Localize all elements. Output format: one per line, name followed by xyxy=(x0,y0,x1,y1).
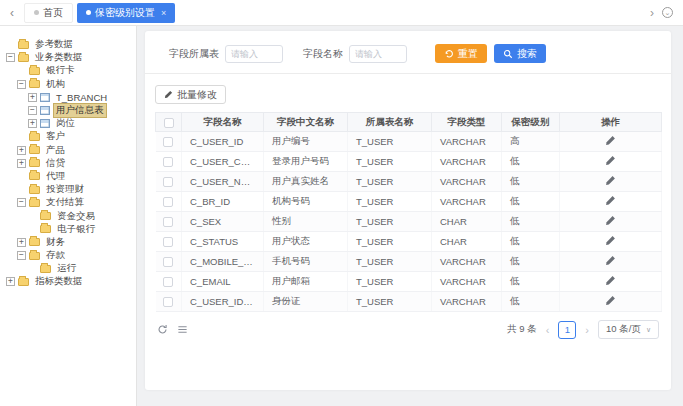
row-checkbox[interactable] xyxy=(163,297,173,307)
folder-icon xyxy=(29,199,40,207)
expand-icon[interactable]: + xyxy=(28,119,37,128)
search-button[interactable]: 搜索 xyxy=(494,44,546,63)
edit-row-icon[interactable] xyxy=(605,155,616,166)
tab-security-level-settings[interactable]: 保密级别设置 × xyxy=(77,3,175,23)
expand-icon[interactable]: + xyxy=(17,146,26,155)
edit-row-icon[interactable] xyxy=(605,235,616,246)
cell-table-name: T_USER xyxy=(348,292,432,312)
edit-row-icon[interactable] xyxy=(605,295,616,306)
row-checkbox[interactable] xyxy=(163,177,173,187)
collapse-icon[interactable]: − xyxy=(28,106,37,115)
pencil-icon xyxy=(164,90,173,99)
collapse-sidebar-icon[interactable]: ‹ xyxy=(0,6,24,20)
tree-item-用户信息表[interactable]: −用户信息表 xyxy=(4,104,134,117)
field-table-input[interactable] xyxy=(225,45,283,63)
tree-item-银行卡[interactable]: 银行卡 xyxy=(4,64,134,77)
table-row: C_USER_ID用户编号T_USERVARCHAR高 xyxy=(156,132,662,152)
table-row: C_USER_CODE登录用户号码T_USERVARCHAR低 xyxy=(156,152,662,172)
row-checkbox[interactable] xyxy=(163,197,173,207)
row-checkbox[interactable] xyxy=(163,237,173,247)
tree-item-机构[interactable]: −机构 xyxy=(4,78,134,91)
cell-operation xyxy=(560,172,662,192)
edit-row-icon[interactable] xyxy=(605,275,616,286)
folder-icon xyxy=(29,252,40,260)
tree-item-代理[interactable]: 代理 xyxy=(4,170,134,183)
tree-item-参考数据[interactable]: 参考数据 xyxy=(4,38,134,51)
page-size-label: 10 条/页 xyxy=(606,323,641,336)
edit-row-icon[interactable] xyxy=(605,175,616,186)
cell-field-cname: 性别 xyxy=(264,212,348,232)
page-size-select[interactable]: 10 条/页 ∨ xyxy=(598,320,659,339)
page-number-button[interactable]: 1 xyxy=(558,321,576,339)
collapse-icon[interactable]: − xyxy=(17,80,26,89)
tab-bar: ‹ 首页 保密级别设置 × › ⌄ xyxy=(0,0,683,26)
tree-item-岗位[interactable]: +岗位 xyxy=(4,117,134,130)
tree-item-投资理财[interactable]: 投资理财 xyxy=(4,183,134,196)
collapse-icon[interactable]: − xyxy=(6,53,15,62)
field-table-label: 字段所属表 xyxy=(169,47,219,61)
cell-security-level: 高 xyxy=(502,132,560,152)
refresh-icon[interactable] xyxy=(157,324,168,335)
cell-table-name: T_USER xyxy=(348,172,432,192)
row-checkbox[interactable] xyxy=(163,157,173,167)
cell-field-type: VARCHAR xyxy=(432,252,502,272)
tab-home[interactable]: 首页 xyxy=(24,3,73,23)
tree-item-客户[interactable]: 客户 xyxy=(4,130,134,143)
edit-row-icon[interactable] xyxy=(605,195,616,206)
cell-table-name: T_USER xyxy=(348,132,432,152)
cell-field-type: VARCHAR xyxy=(432,152,502,172)
row-checkbox[interactable] xyxy=(163,217,173,227)
cell-table-name: T_USER xyxy=(348,212,432,232)
scroll-tabs-right-icon[interactable]: › xyxy=(650,6,654,20)
expand-icon[interactable]: + xyxy=(17,238,26,247)
tree-item-产品[interactable]: +产品 xyxy=(4,144,134,157)
tree-item-T_BRANCH[interactable]: +T_BRANCH xyxy=(4,91,134,104)
table-row: C_STATUS用户状态T_USERCHAR低 xyxy=(156,232,662,252)
folder-icon xyxy=(29,80,40,88)
tree-item-信贷[interactable]: +信贷 xyxy=(4,157,134,170)
cell-security-level: 低 xyxy=(502,172,560,192)
cell-field-name: C_USER_NAME xyxy=(182,172,264,192)
column-header: 操作 xyxy=(560,113,662,132)
tree-item-资金交易[interactable]: 资金交易 xyxy=(4,209,134,222)
tree-item-指标类数据[interactable]: +指标类数据 xyxy=(4,275,134,288)
tab-home-label: 首页 xyxy=(43,6,63,20)
tree-item-label: 机构 xyxy=(43,77,68,92)
tree-item-运行[interactable]: 运行 xyxy=(4,262,134,275)
folder-icon xyxy=(18,41,29,49)
tree-item-支付结算[interactable]: −支付结算 xyxy=(4,196,134,209)
table-icon xyxy=(40,106,50,115)
reset-button[interactable]: 重置 xyxy=(435,44,487,63)
row-checkbox[interactable] xyxy=(163,277,173,287)
select-all-checkbox[interactable] xyxy=(164,118,174,128)
cell-field-cname: 登录用户号码 xyxy=(264,152,348,172)
batch-edit-button[interactable]: 批量修改 xyxy=(155,85,226,104)
close-tab-icon[interactable]: × xyxy=(161,8,166,18)
expand-icon[interactable]: + xyxy=(6,277,15,286)
tree-item-电子银行[interactable]: 电子银行 xyxy=(4,223,134,236)
tree-item-存款[interactable]: −存款 xyxy=(4,249,134,262)
row-checkbox[interactable] xyxy=(163,137,173,147)
column-settings-icon[interactable] xyxy=(177,324,188,335)
cell-operation xyxy=(560,292,662,312)
table-row: C_USER_IDENTITY身份证T_USERVARCHAR低 xyxy=(156,292,662,312)
prev-page-icon[interactable]: ‹ xyxy=(544,324,552,336)
edit-row-icon[interactable] xyxy=(605,255,616,266)
next-page-icon[interactable]: › xyxy=(583,324,591,336)
tree-item-业务类数据[interactable]: −业务类数据 xyxy=(4,51,134,64)
row-checkbox[interactable] xyxy=(163,257,173,267)
table-row: C_EMAIL用户邮箱T_USERVARCHAR低 xyxy=(156,272,662,292)
collapse-icon[interactable]: − xyxy=(17,198,26,207)
cell-field-cname: 手机号码 xyxy=(264,252,348,272)
edit-row-icon[interactable] xyxy=(605,215,616,226)
collapse-icon[interactable]: − xyxy=(17,251,26,260)
cell-field-cname: 用户状态 xyxy=(264,232,348,252)
expand-icon[interactable]: + xyxy=(28,93,37,102)
tree-item-财务[interactable]: +财务 xyxy=(4,236,134,249)
edit-row-icon[interactable] xyxy=(605,135,616,146)
tab-options-icon[interactable]: ⌄ xyxy=(662,7,673,18)
cell-field-type: CHAR xyxy=(432,232,502,252)
field-name-input[interactable] xyxy=(349,45,407,63)
expand-icon[interactable]: + xyxy=(17,159,26,168)
tab-dot-icon xyxy=(34,10,39,15)
